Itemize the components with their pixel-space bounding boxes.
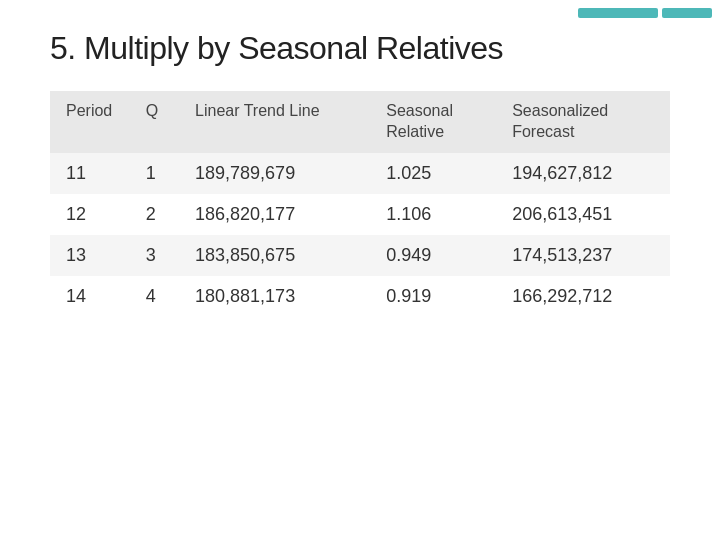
- table-row: 122186,820,1771.106206,613,451: [50, 194, 670, 235]
- cell-seasonal: 0.919: [370, 276, 496, 317]
- cell-seasonal: 1.106: [370, 194, 496, 235]
- cell-seasonalized: 206,613,451: [496, 194, 670, 235]
- table-row: 111189,789,6791.025194,627,812: [50, 153, 670, 194]
- table-row: 133183,850,6750.949174,513,237: [50, 235, 670, 276]
- table-row: 144180,881,1730.919166,292,712: [50, 276, 670, 317]
- cell-seasonal: 1.025: [370, 153, 496, 194]
- cell-seasonalized: 166,292,712: [496, 276, 670, 317]
- accent-bar-2: [662, 8, 712, 18]
- cell-trend: 186,820,177: [179, 194, 370, 235]
- cell-q: 3: [130, 235, 179, 276]
- cell-q: 4: [130, 276, 179, 317]
- cell-period: 13: [50, 235, 130, 276]
- cell-trend: 180,881,173: [179, 276, 370, 317]
- header-seasonal: Seasonal Relative: [370, 91, 496, 153]
- header-trend: Linear Trend Line: [179, 91, 370, 153]
- cell-period: 14: [50, 276, 130, 317]
- cell-trend: 189,789,679: [179, 153, 370, 194]
- cell-period: 12: [50, 194, 130, 235]
- data-table: Period Q Linear Trend Line Seasonal Rela…: [50, 91, 670, 317]
- top-accent-decoration: [570, 0, 720, 26]
- header-q: Q: [130, 91, 179, 153]
- cell-seasonal: 0.949: [370, 235, 496, 276]
- cell-trend: 183,850,675: [179, 235, 370, 276]
- cell-period: 11: [50, 153, 130, 194]
- page-content: 5. Multiply by Seasonal Relatives Period…: [0, 0, 720, 337]
- header-seasonalized: Seasonalized Forecast: [496, 91, 670, 153]
- accent-bar-1: [578, 8, 658, 18]
- page-title: 5. Multiply by Seasonal Relatives: [50, 30, 670, 67]
- cell-seasonalized: 174,513,237: [496, 235, 670, 276]
- table-header-row: Period Q Linear Trend Line Seasonal Rela…: [50, 91, 670, 153]
- cell-q: 1: [130, 153, 179, 194]
- header-period: Period: [50, 91, 130, 153]
- cell-seasonalized: 194,627,812: [496, 153, 670, 194]
- cell-q: 2: [130, 194, 179, 235]
